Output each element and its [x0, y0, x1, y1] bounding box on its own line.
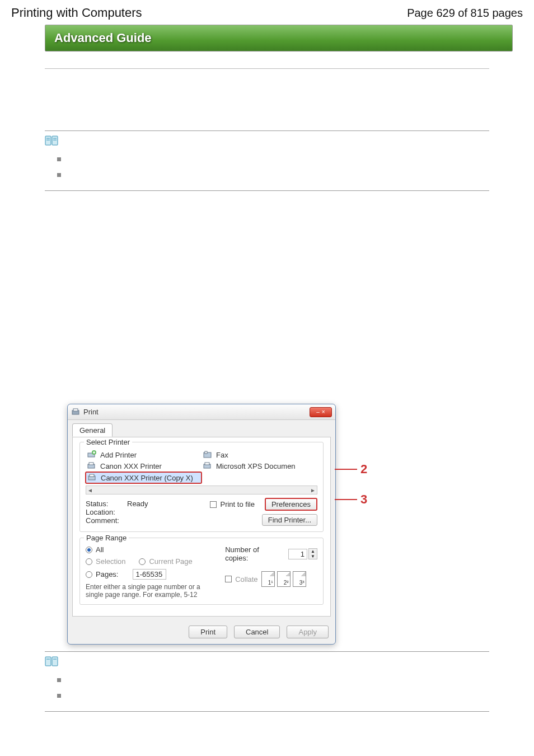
printer-icon: [87, 473, 97, 482]
bullet-icon: [57, 678, 61, 682]
note-icon: [45, 655, 59, 668]
callout-3: 3: [335, 492, 367, 507]
page-indicator: Page 629 of 815 pages: [407, 7, 523, 20]
callout-number: 2: [360, 462, 367, 477]
page-range-group: Page Range All Selection: [79, 538, 324, 605]
printer-xps[interactable]: Microsoft XPS Documen: [202, 461, 317, 471]
page-thumb-icon: 1¹: [261, 571, 275, 587]
group-legend: Select Printer: [84, 438, 132, 446]
collate-checkbox[interactable]: [225, 576, 232, 582]
apply-button[interactable]: Apply: [287, 626, 329, 638]
bullet-icon: [57, 173, 61, 177]
copies-label: Number of copies:: [225, 545, 284, 562]
page-title: Printing with Computers: [11, 6, 142, 20]
printer-canon-copy[interactable]: Canon XXX Printer (Copy X): [85, 472, 202, 484]
svg-rect-11: [205, 451, 207, 454]
add-printer-icon: [87, 450, 97, 459]
location-label: Location:: [86, 508, 121, 516]
print-to-file-label: Print to file: [220, 500, 254, 508]
radio-selection-label: Selection: [96, 557, 125, 566]
note-box: [45, 651, 489, 712]
divider: [45, 68, 489, 69]
svg-rect-0: [45, 136, 51, 145]
printer-canon[interactable]: Canon XXX Printer: [86, 461, 202, 471]
radio-current-page-label: Current Page: [149, 557, 192, 566]
printer-label: Fax: [216, 451, 228, 459]
radio-selection[interactable]: [86, 558, 92, 565]
radio-all-label: All: [96, 545, 104, 554]
group-legend: Page Range: [84, 534, 129, 542]
callout-2: 2: [335, 462, 367, 477]
page-thumb-icon: 3³: [293, 571, 306, 587]
print-dialog: Print – × General Select Printer: [67, 404, 336, 645]
printer-icon: [87, 461, 97, 470]
guide-banner-label: Advanced Guide: [54, 31, 152, 45]
find-printer-button[interactable]: Find Printer...: [262, 514, 317, 526]
cancel-button[interactable]: Cancel: [234, 626, 280, 638]
printer-label: Microsoft XPS Documen: [216, 462, 296, 470]
svg-rect-19: [52, 657, 58, 666]
fax-icon: [203, 450, 213, 459]
status-label: Status:: [86, 500, 121, 508]
svg-rect-15: [205, 463, 209, 465]
printer-add[interactable]: Add Printer: [86, 450, 202, 460]
note-box: [45, 130, 489, 191]
minimize-icon: –: [316, 409, 320, 415]
collate-label: Collate: [235, 575, 257, 584]
radio-current-page[interactable]: [139, 558, 146, 565]
comment-label: Comment:: [86, 516, 121, 525]
note-bullet: [57, 674, 489, 687]
note-icon: [45, 134, 59, 147]
select-printer-group: Select Printer Add Printer: [79, 442, 324, 532]
callout-number: 3: [360, 492, 367, 507]
printer-icon: [203, 461, 213, 470]
svg-rect-1: [52, 136, 58, 145]
titlebar: Print – ×: [68, 404, 335, 420]
pages-hint: Enter either a single page number or a s…: [86, 583, 214, 599]
printer-label: Add Printer: [100, 451, 137, 459]
radio-pages[interactable]: [86, 571, 92, 578]
preferences-button[interactable]: Preferences: [265, 498, 317, 511]
scroll-right-icon: ►: [310, 487, 316, 493]
close-icon: ×: [322, 409, 325, 415]
note-bullet: [57, 153, 489, 166]
tab-general[interactable]: General: [72, 423, 113, 437]
page-thumb-icon: 2²: [277, 571, 291, 587]
note-bullet: [57, 690, 489, 702]
copies-spinner[interactable]: ▲▼: [308, 548, 317, 559]
svg-rect-18: [45, 657, 51, 666]
scroll-left-icon: ◄: [87, 487, 93, 493]
svg-rect-17: [90, 474, 94, 477]
copies-input[interactable]: 1: [288, 549, 307, 559]
note-bullet: [57, 169, 489, 181]
printer-label: Canon XXX Printer (Copy X): [101, 474, 193, 482]
radio-all[interactable]: [86, 547, 92, 553]
status-value: Ready: [127, 500, 148, 508]
printer-list-scrollbar[interactable]: ◄ ►: [86, 486, 317, 494]
guide-banner: Advanced Guide: [45, 25, 513, 52]
svg-rect-13: [89, 463, 93, 465]
print-button[interactable]: Print: [189, 626, 227, 638]
bullet-icon: [57, 157, 61, 161]
bullet-icon: [57, 694, 61, 698]
printer-label: Canon XXX Printer: [100, 462, 162, 470]
printer-icon: [71, 408, 80, 417]
dialog-title: Print: [83, 408, 310, 416]
svg-rect-7: [73, 409, 78, 411]
close-button[interactable]: – ×: [310, 407, 332, 417]
pages-input[interactable]: 1-65535: [133, 569, 166, 580]
radio-pages-label: Pages:: [96, 570, 118, 578]
printer-fax[interactable]: Fax: [202, 450, 317, 460]
collate-graphic: 1¹ 2² 3³: [261, 571, 306, 587]
print-to-file-checkbox[interactable]: [210, 501, 217, 508]
